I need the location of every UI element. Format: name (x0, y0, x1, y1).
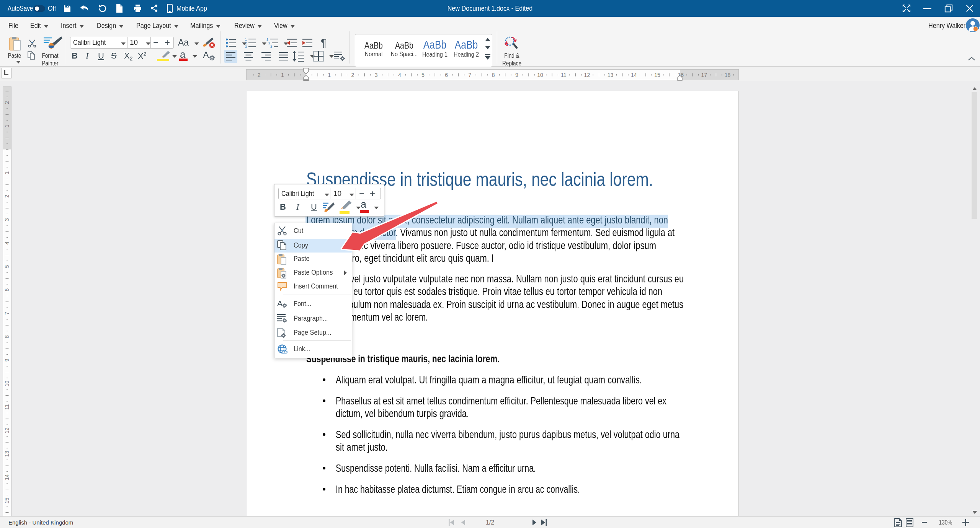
svg-text:2: 2 (4, 101, 10, 104)
svg-text:1: 1 (281, 72, 284, 78)
svg-text:5: 5 (4, 265, 10, 268)
svg-text:1: 1 (245, 37, 247, 41)
svg-text:17: 17 (701, 72, 707, 78)
svg-text:A: A (203, 50, 209, 60)
svg-text:12: 12 (4, 427, 10, 433)
svg-text:14: 14 (4, 474, 10, 480)
svg-text:3: 3 (4, 218, 10, 221)
svg-text:A: A (277, 299, 283, 308)
svg-text:11: 11 (4, 404, 10, 410)
svg-text:2: 2 (258, 72, 261, 78)
svg-text:5: 5 (421, 72, 425, 78)
svg-text:6: 6 (4, 288, 10, 292)
svg-text:1: 1 (4, 171, 10, 174)
svg-text:6: 6 (445, 72, 448, 78)
svg-text:3: 3 (270, 45, 272, 48)
svg-text:12: 12 (584, 72, 590, 78)
svg-text:2: 2 (351, 72, 354, 78)
svg-text:10: 10 (537, 72, 543, 78)
svg-text:13: 13 (608, 72, 614, 78)
svg-text:15: 15 (4, 498, 10, 504)
svg-text:2: 2 (4, 195, 10, 198)
svg-text:3: 3 (245, 45, 247, 48)
svg-text:1: 1 (328, 72, 331, 78)
svg-text:10: 10 (4, 381, 10, 387)
svg-text:15: 15 (654, 72, 660, 78)
svg-text:7: 7 (469, 72, 472, 78)
svg-text:3: 3 (375, 72, 378, 78)
svg-text:9: 9 (515, 72, 518, 78)
svg-text:18: 18 (725, 72, 731, 78)
svg-text:1: 1 (266, 37, 268, 41)
svg-text:1: 1 (4, 124, 10, 127)
svg-text:13: 13 (4, 451, 10, 457)
svg-text:9: 9 (4, 359, 10, 362)
svg-text:4: 4 (398, 72, 401, 78)
svg-text:8: 8 (4, 335, 10, 338)
svg-text:8: 8 (492, 72, 495, 78)
svg-text:14: 14 (631, 72, 637, 78)
svg-text:4: 4 (4, 241, 10, 244)
svg-text:7: 7 (4, 312, 10, 315)
svg-text:11: 11 (561, 72, 567, 78)
